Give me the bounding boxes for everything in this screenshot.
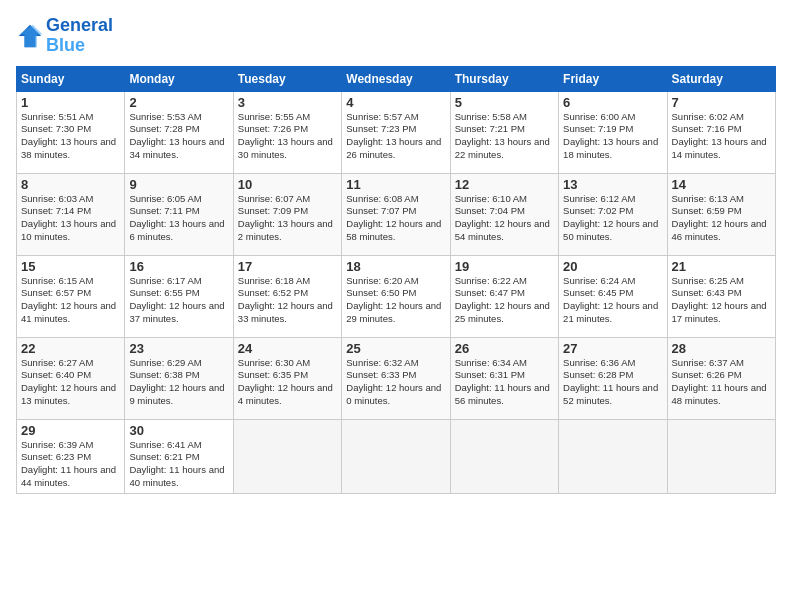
- calendar-cell: 11 Sunrise: 6:08 AMSunset: 7:07 PMDaylig…: [342, 173, 450, 255]
- cell-info: Sunrise: 6:17 AMSunset: 6:55 PMDaylight:…: [129, 275, 224, 324]
- cell-info: Sunrise: 6:36 AMSunset: 6:28 PMDaylight:…: [563, 357, 658, 406]
- day-header-thursday: Thursday: [450, 66, 558, 91]
- day-number: 7: [672, 95, 771, 110]
- page: General Blue SundayMondayTuesdayWednesda…: [0, 0, 792, 612]
- day-number: 21: [672, 259, 771, 274]
- calendar-cell: 6 Sunrise: 6:00 AMSunset: 7:19 PMDayligh…: [559, 91, 667, 173]
- day-number: 26: [455, 341, 554, 356]
- cell-info: Sunrise: 6:22 AMSunset: 6:47 PMDaylight:…: [455, 275, 550, 324]
- week-row-5: 29 Sunrise: 6:39 AMSunset: 6:23 PMDaylig…: [17, 419, 776, 493]
- calendar-cell: 14 Sunrise: 6:13 AMSunset: 6:59 PMDaylig…: [667, 173, 775, 255]
- day-header-saturday: Saturday: [667, 66, 775, 91]
- calendar-cell: 15 Sunrise: 6:15 AMSunset: 6:57 PMDaylig…: [17, 255, 125, 337]
- cell-info: Sunrise: 6:20 AMSunset: 6:50 PMDaylight:…: [346, 275, 441, 324]
- cell-info: Sunrise: 6:27 AMSunset: 6:40 PMDaylight:…: [21, 357, 116, 406]
- calendar-cell: 27 Sunrise: 6:36 AMSunset: 6:28 PMDaylig…: [559, 337, 667, 419]
- day-number: 23: [129, 341, 228, 356]
- day-number: 25: [346, 341, 445, 356]
- cell-info: Sunrise: 6:10 AMSunset: 7:04 PMDaylight:…: [455, 193, 550, 242]
- day-header-monday: Monday: [125, 66, 233, 91]
- cell-info: Sunrise: 6:41 AMSunset: 6:21 PMDaylight:…: [129, 439, 224, 488]
- calendar-cell: 12 Sunrise: 6:10 AMSunset: 7:04 PMDaylig…: [450, 173, 558, 255]
- day-number: 29: [21, 423, 120, 438]
- day-header-wednesday: Wednesday: [342, 66, 450, 91]
- day-number: 24: [238, 341, 337, 356]
- calendar-cell: 9 Sunrise: 6:05 AMSunset: 7:11 PMDayligh…: [125, 173, 233, 255]
- day-number: 12: [455, 177, 554, 192]
- day-number: 9: [129, 177, 228, 192]
- cell-info: Sunrise: 6:08 AMSunset: 7:07 PMDaylight:…: [346, 193, 441, 242]
- day-number: 4: [346, 95, 445, 110]
- calendar-cell: 26 Sunrise: 6:34 AMSunset: 6:31 PMDaylig…: [450, 337, 558, 419]
- calendar-cell: 29 Sunrise: 6:39 AMSunset: 6:23 PMDaylig…: [17, 419, 125, 493]
- cell-info: Sunrise: 6:13 AMSunset: 6:59 PMDaylight:…: [672, 193, 767, 242]
- calendar-cell: 3 Sunrise: 5:55 AMSunset: 7:26 PMDayligh…: [233, 91, 341, 173]
- cell-info: Sunrise: 5:51 AMSunset: 7:30 PMDaylight:…: [21, 111, 116, 160]
- cell-info: Sunrise: 6:18 AMSunset: 6:52 PMDaylight:…: [238, 275, 333, 324]
- day-number: 30: [129, 423, 228, 438]
- week-row-1: 1 Sunrise: 5:51 AMSunset: 7:30 PMDayligh…: [17, 91, 776, 173]
- day-number: 8: [21, 177, 120, 192]
- calendar-cell: [667, 419, 775, 493]
- day-number: 20: [563, 259, 662, 274]
- day-number: 5: [455, 95, 554, 110]
- day-number: 15: [21, 259, 120, 274]
- day-number: 17: [238, 259, 337, 274]
- day-number: 13: [563, 177, 662, 192]
- calendar-cell: 18 Sunrise: 6:20 AMSunset: 6:50 PMDaylig…: [342, 255, 450, 337]
- day-number: 22: [21, 341, 120, 356]
- calendar-cell: [233, 419, 341, 493]
- cell-info: Sunrise: 6:12 AMSunset: 7:02 PMDaylight:…: [563, 193, 658, 242]
- calendar-table: SundayMondayTuesdayWednesdayThursdayFrid…: [16, 66, 776, 494]
- calendar-cell: 28 Sunrise: 6:37 AMSunset: 6:26 PMDaylig…: [667, 337, 775, 419]
- calendar-cell: 13 Sunrise: 6:12 AMSunset: 7:02 PMDaylig…: [559, 173, 667, 255]
- cell-info: Sunrise: 6:34 AMSunset: 6:31 PMDaylight:…: [455, 357, 550, 406]
- week-row-4: 22 Sunrise: 6:27 AMSunset: 6:40 PMDaylig…: [17, 337, 776, 419]
- calendar-header-row: SundayMondayTuesdayWednesdayThursdayFrid…: [17, 66, 776, 91]
- logo-icon: [16, 22, 44, 50]
- day-number: 1: [21, 95, 120, 110]
- cell-info: Sunrise: 6:15 AMSunset: 6:57 PMDaylight:…: [21, 275, 116, 324]
- day-header-sunday: Sunday: [17, 66, 125, 91]
- day-number: 16: [129, 259, 228, 274]
- cell-info: Sunrise: 6:25 AMSunset: 6:43 PMDaylight:…: [672, 275, 767, 324]
- day-number: 14: [672, 177, 771, 192]
- calendar-cell: [559, 419, 667, 493]
- calendar-cell: 1 Sunrise: 5:51 AMSunset: 7:30 PMDayligh…: [17, 91, 125, 173]
- cell-info: Sunrise: 5:57 AMSunset: 7:23 PMDaylight:…: [346, 111, 441, 160]
- cell-info: Sunrise: 6:24 AMSunset: 6:45 PMDaylight:…: [563, 275, 658, 324]
- cell-info: Sunrise: 5:53 AMSunset: 7:28 PMDaylight:…: [129, 111, 224, 160]
- cell-info: Sunrise: 5:55 AMSunset: 7:26 PMDaylight:…: [238, 111, 333, 160]
- cell-info: Sunrise: 6:05 AMSunset: 7:11 PMDaylight:…: [129, 193, 224, 242]
- cell-info: Sunrise: 6:07 AMSunset: 7:09 PMDaylight:…: [238, 193, 333, 242]
- logo-text: General Blue: [46, 16, 113, 56]
- day-number: 6: [563, 95, 662, 110]
- cell-info: Sunrise: 6:03 AMSunset: 7:14 PMDaylight:…: [21, 193, 116, 242]
- cell-info: Sunrise: 6:39 AMSunset: 6:23 PMDaylight:…: [21, 439, 116, 488]
- day-number: 18: [346, 259, 445, 274]
- day-header-friday: Friday: [559, 66, 667, 91]
- calendar-cell: 25 Sunrise: 6:32 AMSunset: 6:33 PMDaylig…: [342, 337, 450, 419]
- calendar-cell: 8 Sunrise: 6:03 AMSunset: 7:14 PMDayligh…: [17, 173, 125, 255]
- day-number: 19: [455, 259, 554, 274]
- calendar-cell: 22 Sunrise: 6:27 AMSunset: 6:40 PMDaylig…: [17, 337, 125, 419]
- day-header-tuesday: Tuesday: [233, 66, 341, 91]
- week-row-3: 15 Sunrise: 6:15 AMSunset: 6:57 PMDaylig…: [17, 255, 776, 337]
- cell-info: Sunrise: 6:30 AMSunset: 6:35 PMDaylight:…: [238, 357, 333, 406]
- calendar-cell: [342, 419, 450, 493]
- day-number: 11: [346, 177, 445, 192]
- cell-info: Sunrise: 6:37 AMSunset: 6:26 PMDaylight:…: [672, 357, 767, 406]
- calendar-cell: 20 Sunrise: 6:24 AMSunset: 6:45 PMDaylig…: [559, 255, 667, 337]
- calendar-cell: 10 Sunrise: 6:07 AMSunset: 7:09 PMDaylig…: [233, 173, 341, 255]
- calendar-cell: 16 Sunrise: 6:17 AMSunset: 6:55 PMDaylig…: [125, 255, 233, 337]
- day-number: 2: [129, 95, 228, 110]
- logo: General Blue: [16, 16, 113, 56]
- calendar-cell: 19 Sunrise: 6:22 AMSunset: 6:47 PMDaylig…: [450, 255, 558, 337]
- calendar-cell: 23 Sunrise: 6:29 AMSunset: 6:38 PMDaylig…: [125, 337, 233, 419]
- calendar-cell: 30 Sunrise: 6:41 AMSunset: 6:21 PMDaylig…: [125, 419, 233, 493]
- cell-info: Sunrise: 5:58 AMSunset: 7:21 PMDaylight:…: [455, 111, 550, 160]
- cell-info: Sunrise: 6:00 AMSunset: 7:19 PMDaylight:…: [563, 111, 658, 160]
- calendar-cell: 21 Sunrise: 6:25 AMSunset: 6:43 PMDaylig…: [667, 255, 775, 337]
- calendar-cell: 5 Sunrise: 5:58 AMSunset: 7:21 PMDayligh…: [450, 91, 558, 173]
- calendar-cell: 17 Sunrise: 6:18 AMSunset: 6:52 PMDaylig…: [233, 255, 341, 337]
